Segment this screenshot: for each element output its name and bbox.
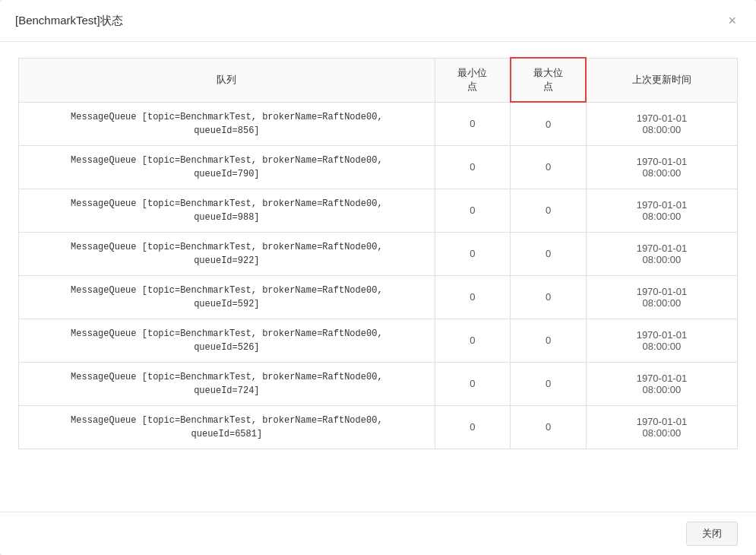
cell-max-offset: 0: [511, 102, 587, 145]
cell-queue: MessageQueue [topic=BenchmarkTest, broke…: [19, 189, 435, 232]
cell-queue: MessageQueue [topic=BenchmarkTest, broke…: [19, 319, 435, 362]
col-header-last-update: 上次更新时间: [586, 58, 737, 102]
table-header: 队列 最小位点 最大位点 上次更新时间: [19, 58, 738, 102]
cell-max-offset: 0: [511, 362, 587, 405]
cell-last-update: 1970-01-0108:00:00: [586, 319, 737, 362]
cell-max-offset: 0: [511, 145, 587, 189]
dialog-title: [BenchmarkTest]状态: [15, 14, 123, 28]
cell-last-update: 1970-01-0108:00:00: [586, 189, 737, 232]
cell-max-offset: 0: [511, 405, 587, 449]
cell-queue: MessageQueue [topic=BenchmarkTest, broke…: [19, 145, 435, 189]
close-button[interactable]: 关闭: [686, 522, 738, 546]
table-row: MessageQueue [topic=BenchmarkTest, broke…: [19, 145, 738, 189]
table-body: MessageQueue [topic=BenchmarkTest, broke…: [19, 102, 738, 449]
dialog-header: [BenchmarkTest]状态 ×: [0, 0, 756, 42]
cell-queue: MessageQueue [topic=BenchmarkTest, broke…: [19, 275, 435, 319]
cell-max-offset: 0: [511, 275, 587, 319]
table-row: MessageQueue [topic=BenchmarkTest, broke…: [19, 232, 738, 275]
cell-last-update: 1970-01-0108:00:00: [586, 232, 737, 275]
table-row: MessageQueue [topic=BenchmarkTest, broke…: [19, 102, 738, 145]
cell-last-update: 1970-01-0108:00:00: [586, 362, 737, 405]
cell-queue: MessageQueue [topic=BenchmarkTest, broke…: [19, 405, 435, 449]
benchmark-dialog: [BenchmarkTest]状态 × 队列 最小位点 最大位点 上次更新时间 …: [0, 0, 756, 555]
table-row: MessageQueue [topic=BenchmarkTest, broke…: [19, 362, 738, 405]
cell-last-update: 1970-01-0108:00:00: [586, 145, 737, 189]
cell-queue: MessageQueue [topic=BenchmarkTest, broke…: [19, 362, 435, 405]
dialog-body: 队列 最小位点 最大位点 上次更新时间 MessageQueue [topic=…: [0, 42, 756, 512]
col-header-min-offset: 最小位点: [435, 58, 511, 102]
cell-min-offset: 0: [435, 102, 511, 145]
cell-last-update: 1970-01-0108:00:00: [586, 275, 737, 319]
cell-min-offset: 0: [435, 362, 511, 405]
cell-queue: MessageQueue [topic=BenchmarkTest, broke…: [19, 232, 435, 275]
cell-min-offset: 0: [435, 232, 511, 275]
status-table: 队列 最小位点 最大位点 上次更新时间 MessageQueue [topic=…: [18, 57, 738, 449]
cell-max-offset: 0: [511, 319, 587, 362]
cell-last-update: 1970-01-0108:00:00: [586, 405, 737, 449]
cell-queue: MessageQueue [topic=BenchmarkTest, broke…: [19, 102, 435, 145]
table-row: MessageQueue [topic=BenchmarkTest, broke…: [19, 189, 738, 232]
cell-min-offset: 0: [435, 405, 511, 449]
table-row: MessageQueue [topic=BenchmarkTest, broke…: [19, 275, 738, 319]
close-icon-button[interactable]: ×: [723, 12, 741, 29]
cell-min-offset: 0: [435, 319, 511, 362]
table-row: MessageQueue [topic=BenchmarkTest, broke…: [19, 405, 738, 449]
dialog-footer: 关闭: [0, 512, 756, 555]
table-row: MessageQueue [topic=BenchmarkTest, broke…: [19, 319, 738, 362]
cell-min-offset: 0: [435, 145, 511, 189]
cell-max-offset: 0: [511, 232, 587, 275]
col-header-queue: 队列: [19, 58, 435, 102]
cell-min-offset: 0: [435, 189, 511, 232]
cell-last-update: 1970-01-0108:00:00: [586, 102, 737, 145]
cell-min-offset: 0: [435, 275, 511, 319]
cell-max-offset: 0: [511, 189, 587, 232]
col-header-max-offset: 最大位点: [511, 58, 587, 102]
